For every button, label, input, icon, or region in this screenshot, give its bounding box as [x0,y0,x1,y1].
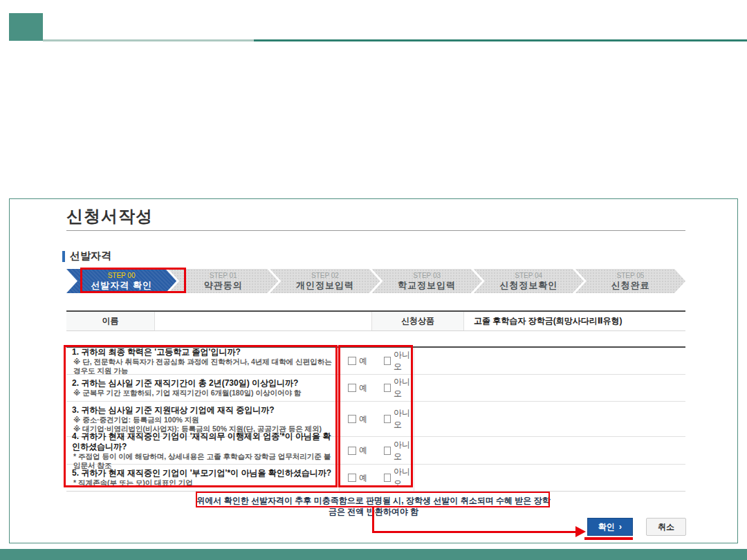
checkbox-icon[interactable] [384,384,391,392]
step-wizard: STEP 00 선발자격 확인 STEP 01 약관동의 STEP 02 개인정… [66,269,685,293]
checkbox-icon[interactable] [348,357,356,365]
checkbox-icon[interactable] [348,447,356,455]
brand-square [9,13,43,41]
question-row-5: 5. 귀하가 현재 재직중인 기업이 '부모기업'*이 아님을 확인하셨습니까?… [66,465,685,491]
question-2-title: 2. 귀하는 심사일 기준 재직기간이 총 2년(730일) 이상입니까? [72,378,335,389]
question-5-no-checkbox[interactable]: 아니오 [384,466,414,489]
question-4-title: 4. 귀하가 현재 재직중인 기업이 '재직의무 이행제외 업종'*이 아님을 … [72,431,335,452]
product-value: 고졸 후학습자 장학금(희망사다리Ⅱ유형) [464,312,685,330]
title-divider [66,230,685,231]
section-title: 선발자격 [70,250,111,263]
question-row-1: 1. 귀하의 최종 학력은 '고등학교 졸업'입니까? ※ 단, 전문학사 취득… [66,348,685,375]
step-04-application-review[interactable]: STEP 04 신청정보확인 [474,269,584,293]
eligibility-warning: 위에서 확인한 선발자격이 추후 미충족함으로 판명될 시, 장학생 선발이 취… [196,495,551,517]
question-5-title: 5. 귀하가 현재 재직중인 기업이 '부모기업'*이 아님을 확인하셨습니까? [72,468,335,478]
applicant-info-table: 이름 신청상품 고졸 후학습자 장학금(희망사다리Ⅱ유형) [66,310,685,331]
question-4-yes-checkbox[interactable]: 예 [348,445,367,456]
name-header: 이름 [66,312,155,330]
chevron-right-icon: › [619,523,622,531]
step-05-complete[interactable]: STEP 05 신청완료 [575,269,685,293]
checkbox-icon[interactable] [384,474,391,482]
question-5-note: * 직계존속(부 또는 모)이 대표인 기업 [72,478,335,487]
question-row-4: 4. 귀하가 현재 재직중인 기업이 '재직의무 이행제외 업종'*이 아님을 … [66,437,685,465]
content-panel: 신청서작성 선발자격 STEP 00 선발자격 확인 STEP 01 약관동의 … [9,198,738,543]
checkbox-icon[interactable] [348,415,356,423]
eligibility-question-table: 1. 귀하의 최종 학력은 '고등학교 졸업'입니까? ※ 단, 전문학사 취득… [66,346,685,492]
question-1-yes-checkbox[interactable]: 예 [348,355,367,367]
question-1-no-checkbox[interactable]: 아니오 [384,349,414,373]
checkbox-icon[interactable] [348,474,356,482]
header-divider-dark [254,39,747,41]
question-1-title: 1. 귀하의 최종 학력은 '고등학교 졸업'입니까? [72,347,335,357]
cancel-button[interactable]: 취소 [646,518,686,536]
product-header: 신청상품 [372,312,464,330]
section-label: 선발자격 [62,250,111,263]
checkbox-icon[interactable] [348,384,356,392]
confirm-button[interactable]: 확인 › [587,518,633,536]
section-accent-bar [62,251,65,262]
footer-bar [0,549,747,560]
question-row-2: 2. 귀하는 심사일 기준 재직기간이 총 2년(730일) 이상입니까? ※ … [66,375,685,402]
question-3-title: 3. 귀하는 심사일 기준 지원대상 기업에 재직 중입니까? [72,405,335,416]
step-03-school-info[interactable]: STEP 03 학교정보입력 [372,269,482,293]
question-3-note-1: ※ 중소·중견기업: 등록금의 100% 지원 [72,416,335,424]
step-00-eligibility-check[interactable]: STEP 00 선발자격 확인 [66,269,176,293]
question-1-note: ※ 단, 전문학사 취득자가 전공심화 과정에 진학하거나, 4년제 대학에 신… [72,357,335,375]
question-2-no-checkbox[interactable]: 아니오 [384,376,414,400]
step-02-personal-info[interactable]: STEP 02 개인정보입력 [270,269,380,293]
name-value [155,312,372,330]
question-4-no-checkbox[interactable]: 아니오 [384,439,414,463]
checkbox-icon[interactable] [384,415,391,423]
question-2-note: ※ 군복무 기간 포함하되, 기업 재직기간이 6개월(180일) 이상이어야 … [72,389,335,398]
header-divider-light [43,39,254,41]
question-3-yes-checkbox[interactable]: 예 [348,413,367,425]
question-3-no-checkbox[interactable]: 아니오 [384,407,414,431]
page-title: 신청서작성 [66,205,153,227]
checkbox-icon[interactable] [384,357,391,365]
checkbox-icon[interactable] [384,447,391,455]
page: 신청서작성 선발자격 STEP 00 선발자격 확인 STEP 01 약관동의 … [0,0,747,560]
question-5-yes-checkbox[interactable]: 예 [348,472,367,484]
question-2-yes-checkbox[interactable]: 예 [348,382,367,394]
step-01-terms-agreement[interactable]: STEP 01 약관동의 [168,269,278,293]
